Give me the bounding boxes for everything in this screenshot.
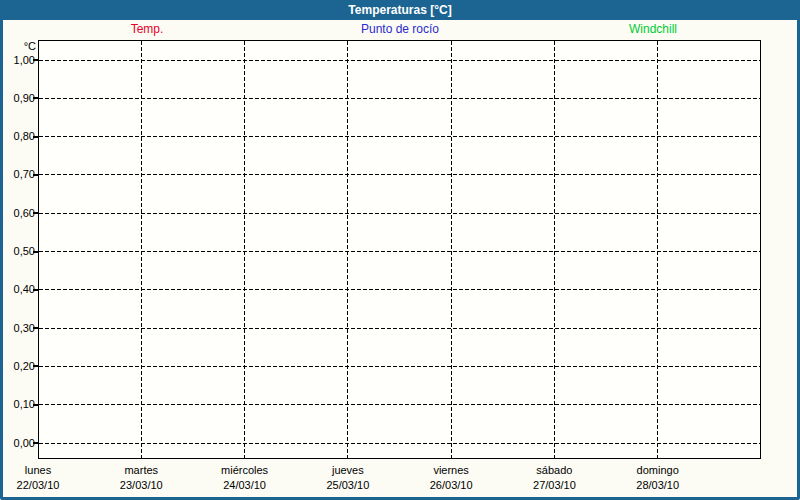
y-tick-label: 0,10	[0, 398, 35, 410]
h-gridline	[39, 366, 760, 367]
y-tick-label: 1,00	[0, 54, 35, 66]
y-tick-label: 0,80	[0, 130, 35, 142]
y-tick-label: 0,20	[0, 360, 35, 372]
x-day-name: martes	[120, 463, 163, 478]
h-gridline	[39, 251, 760, 252]
h-gridline	[39, 60, 760, 61]
v-gridline	[347, 41, 348, 458]
x-day-date: 23/03/10	[120, 478, 163, 493]
y-tick-label: 0,50	[0, 245, 35, 257]
y-tick-label: 0,00	[0, 437, 35, 449]
h-gridline	[39, 289, 760, 290]
v-gridline	[244, 41, 245, 458]
x-day-date: 27/03/10	[533, 478, 576, 493]
plot-area	[38, 40, 761, 459]
x-day-name: viernes	[430, 463, 473, 478]
y-tick-label: 0,70	[0, 168, 35, 180]
v-gridline	[141, 41, 142, 458]
x-day-date: 22/03/10	[17, 478, 60, 493]
x-day-label: martes23/03/10	[120, 463, 163, 493]
legend-item-windchill: Windchill	[629, 22, 677, 36]
h-gridline	[39, 443, 760, 444]
h-gridline	[39, 136, 760, 137]
x-day-date: 25/03/10	[326, 478, 369, 493]
x-day-label: viernes26/03/10	[430, 463, 473, 493]
x-day-label: jueves25/03/10	[326, 463, 369, 493]
x-day-date: 24/03/10	[221, 478, 268, 493]
v-gridline	[657, 41, 658, 458]
h-gridline	[39, 98, 760, 99]
x-day-label: miércoles24/03/10	[221, 463, 268, 493]
temperature-chart-window: Temperaturas [°C] Temp.Punto de rocíoWin…	[0, 0, 800, 500]
x-day-date: 28/03/10	[636, 478, 679, 493]
x-day-label: lunes22/03/10	[17, 463, 60, 493]
h-gridline	[39, 174, 760, 175]
y-tick-label: 0,30	[0, 322, 35, 334]
y-tick-label: 0,60	[0, 207, 35, 219]
h-gridline	[39, 213, 760, 214]
chart-title-bar: Temperaturas [°C]	[0, 0, 800, 20]
y-tick-label: 0,90	[0, 92, 35, 104]
legend-item-temp: Temp.	[131, 22, 164, 36]
x-day-name: domingo	[636, 463, 679, 478]
chart-title: Temperaturas [°C]	[348, 3, 451, 17]
legend-item-punto-de-roc-o: Punto de rocío	[361, 22, 439, 36]
v-gridline	[451, 41, 452, 458]
x-day-name: miércoles	[221, 463, 268, 478]
x-day-label: sábado27/03/10	[533, 463, 576, 493]
y-tick-label: 0,40	[0, 283, 35, 295]
x-day-name: jueves	[326, 463, 369, 478]
y-axis-unit-label: °C	[0, 40, 36, 52]
x-day-label: domingo28/03/10	[636, 463, 679, 493]
chart-legend: Temp.Punto de rocíoWindchill	[0, 22, 800, 38]
x-day-date: 26/03/10	[430, 478, 473, 493]
h-gridline	[39, 328, 760, 329]
v-gridline	[554, 41, 555, 458]
x-day-name: lunes	[17, 463, 60, 478]
h-gridline	[39, 404, 760, 405]
x-day-name: sábado	[533, 463, 576, 478]
